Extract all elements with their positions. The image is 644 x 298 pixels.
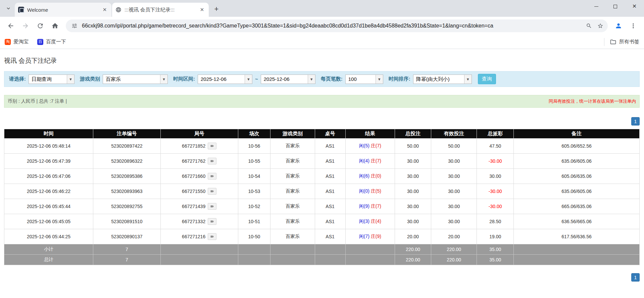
cell-result: 闲(9) 庄(7) xyxy=(345,199,395,214)
banker-result: 庄(7) xyxy=(371,143,381,148)
maximize-button[interactable] xyxy=(606,0,625,13)
round-id-text: 667271439 xyxy=(182,204,205,209)
cell-payout: -30.00 xyxy=(477,184,514,199)
minimize-button[interactable] xyxy=(587,0,606,13)
banker-result: 庄(7) xyxy=(371,203,381,209)
cell-table-no: AS1 xyxy=(315,169,345,184)
cell-total-bet[interactable]: 50.00 xyxy=(395,139,431,154)
close-window-button[interactable]: ✕ xyxy=(625,0,644,13)
bookmark-taobao[interactable]: 淘 爱淘宝 xyxy=(5,39,29,45)
page-button-1[interactable]: 1 xyxy=(631,273,640,282)
cell-game: 百家乐 xyxy=(270,184,315,199)
header-result: 结果 xyxy=(345,129,395,139)
cell-session: 10-51 xyxy=(238,214,270,229)
back-button[interactable] xyxy=(4,19,17,33)
menu-button[interactable] xyxy=(627,19,640,33)
player-result: 闲(5) xyxy=(359,143,369,148)
cell-payout: 28.50 xyxy=(477,214,514,229)
forward-button[interactable] xyxy=(19,19,32,33)
cell-time: 2025-12-06 05:46:22 xyxy=(4,184,93,199)
video-icon[interactable] xyxy=(208,203,216,210)
bet-record-table: 时间 注单编号 局号 场次 游戏类别 桌号 结果 总投注 有效投注 总派彩 备注… xyxy=(4,129,640,265)
close-icon[interactable]: ✕ xyxy=(199,6,205,13)
chevron-down-icon: ▼ xyxy=(160,75,167,84)
banker-result: 庄(9) xyxy=(371,234,381,239)
cell-note: 605.06/635.06 xyxy=(514,169,640,184)
site-settings-icon[interactable] xyxy=(70,22,79,30)
player-result: 闲(0) xyxy=(359,188,369,194)
subtotal-payout: 35.00 xyxy=(477,244,514,255)
query-button[interactable]: 查询 xyxy=(478,74,496,84)
game-type-select[interactable]: 百家乐 ▼ xyxy=(103,74,168,84)
video-icon[interactable] xyxy=(208,188,216,195)
tab-bet-record[interactable]: :::视讯 会员下注纪录::: ✕ xyxy=(112,3,209,17)
player-result: 闲(3) xyxy=(359,218,369,224)
video-icon[interactable] xyxy=(208,143,216,149)
address-bar[interactable]: 66cxkj98.com/ipl/portal.php/game/betreco… xyxy=(66,19,608,32)
cell-note: 636.56/665.06 xyxy=(514,214,640,229)
table-row: 2025-12-06 05:47:39 523020896322 6672717… xyxy=(4,154,640,169)
cell-valid-bet: 30.00 xyxy=(431,214,477,229)
cell-round-id: 667271439 xyxy=(160,199,238,214)
cell-note: 605.06/652.56 xyxy=(514,139,640,154)
tab-search-button[interactable] xyxy=(3,4,13,14)
page-button-1[interactable]: 1 xyxy=(631,117,640,126)
sort-order-select[interactable]: 降幂(由大到小) ▼ xyxy=(413,74,472,84)
per-page-select[interactable]: 100 ▼ xyxy=(345,74,383,84)
refresh-icon xyxy=(37,22,44,30)
cell-table-no: AS1 xyxy=(315,214,345,229)
cell-note: 635.06/605.06 xyxy=(514,184,640,199)
cell-total-bet[interactable]: 30.00 xyxy=(395,154,431,169)
game-type-value: 百家乐 xyxy=(103,75,160,84)
cell-round-id: 667271852 xyxy=(160,139,238,154)
banker-result: 庄(5) xyxy=(371,188,381,194)
chevron-down-icon: ▼ xyxy=(464,75,472,84)
date-to-select[interactable]: 2025-12-06 ▼ xyxy=(261,74,315,84)
video-icon[interactable] xyxy=(208,218,216,225)
video-icon[interactable] xyxy=(208,233,216,240)
bookmark-baidu[interactable]: 百 百度一下 xyxy=(37,39,66,45)
cell-table-no: AS1 xyxy=(315,199,345,214)
filter-bar: 请选择: 日期查询 ▼ 游戏类别 百家乐 ▼ 时间区间: 2025-12-06 … xyxy=(4,71,640,87)
cell-session: 10-54 xyxy=(238,169,270,184)
chevron-down-icon: ▼ xyxy=(308,75,315,84)
video-icon[interactable] xyxy=(208,173,216,180)
player-result: 闲(7) xyxy=(359,234,369,239)
tab-welcome[interactable]: Welcome ✕ xyxy=(15,3,111,17)
query-type-select[interactable]: 日期查询 ▼ xyxy=(29,74,75,84)
date-from-select[interactable]: 2025-12-06 ▼ xyxy=(198,74,252,84)
filter-label-range: 时间区间: xyxy=(173,76,195,82)
bookmark-star-icon[interactable] xyxy=(596,22,604,30)
round-id-text: 667271550 xyxy=(182,189,205,194)
home-button[interactable] xyxy=(48,19,62,33)
total-label: 总计 xyxy=(4,255,93,265)
new-tab-button[interactable]: + xyxy=(211,4,221,14)
cell-result: 闲(7) 庄(9) xyxy=(345,229,395,244)
cell-time: 2025-12-06 05:44:25 xyxy=(4,229,93,244)
header-round-id: 局号 xyxy=(160,129,238,139)
round-id-text: 667271762 xyxy=(182,158,205,164)
cell-valid-bet: 30.00 xyxy=(431,169,477,184)
cell-total-bet[interactable]: 30.00 xyxy=(395,214,431,229)
header-game-type: 游戏类别 xyxy=(270,129,315,139)
refresh-button[interactable] xyxy=(34,19,47,33)
zoom-icon[interactable] xyxy=(585,22,593,30)
banker-result: 庄(7) xyxy=(371,158,381,163)
cell-round-id: 667271332 xyxy=(160,214,238,229)
all-bookmarks-button[interactable]: 所有书签 xyxy=(604,38,639,46)
cell-valid-bet: 30.00 xyxy=(431,184,477,199)
cell-total-bet[interactable]: 30.00 xyxy=(395,199,431,214)
per-page-value: 100 xyxy=(346,75,376,84)
taobao-icon: 淘 xyxy=(5,39,11,45)
table-row: 2025-12-06 05:45:44 523020892755 6672714… xyxy=(4,199,640,214)
cell-total-bet[interactable]: 30.00 xyxy=(395,169,431,184)
table-row: 2025-12-06 05:47:06 523020895386 6672716… xyxy=(4,169,640,184)
video-icon[interactable] xyxy=(208,158,216,164)
cell-total-bet[interactable]: 30.00 xyxy=(395,184,431,199)
cell-note: 635.06/605.06 xyxy=(514,154,640,169)
header-payout: 总派彩 xyxy=(477,129,514,139)
close-icon[interactable]: ✕ xyxy=(101,6,108,13)
profile-button[interactable] xyxy=(612,19,625,33)
cell-total-bet[interactable]: 20.00 xyxy=(395,229,431,244)
cell-time: 2025-12-06 05:47:06 xyxy=(4,169,93,184)
